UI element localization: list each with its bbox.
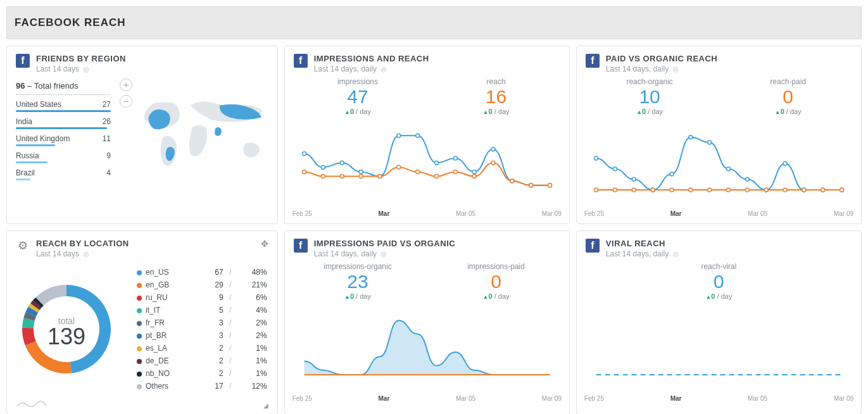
info-icon[interactable] [83, 249, 89, 258]
svg-point-6 [415, 134, 419, 137]
svg-point-51 [764, 188, 768, 192]
card-viral-reach: f VIRAL REACH Last 14 days, daily reach-… [576, 230, 862, 414]
metric: reach-paid 0 ▲0 / day [721, 77, 855, 115]
card-reach-by-location: ⚙ REACH BY LOCATION Last 14 days ✥ total… [6, 230, 278, 414]
legend-row[interactable]: pt_BR 3/2% [135, 329, 268, 342]
card-subtitle: Last 14 days, daily [314, 249, 455, 258]
region-row[interactable]: Brazil4 [16, 163, 111, 180]
card-title: IMPRESSIONS PAID VS ORGANIC [314, 239, 455, 248]
facebook-icon: f [586, 54, 600, 68]
region-total: 96 – Total friends [16, 78, 111, 95]
svg-point-36 [745, 177, 749, 181]
svg-point-19 [396, 165, 400, 169]
metric: impressions-organic 23 ▲0 / day [291, 262, 425, 300]
legend-row[interactable]: it_IT 5/4% [135, 304, 268, 317]
svg-point-48 [707, 188, 711, 192]
svg-point-27 [548, 184, 551, 187]
facebook-icon: f [16, 54, 30, 68]
info-icon[interactable] [83, 65, 89, 73]
area-chart[interactable] [292, 305, 562, 381]
svg-point-16 [340, 175, 344, 179]
region-row[interactable]: United States27 [16, 95, 111, 112]
line-chart[interactable] [292, 120, 562, 196]
legend-row[interactable]: nb_NO 2/1% [135, 367, 268, 380]
svg-point-49 [726, 188, 730, 192]
info-icon[interactable] [381, 65, 387, 73]
region-row[interactable]: Russia9 [16, 146, 111, 163]
line-chart[interactable] [584, 120, 853, 196]
svg-point-22 [453, 170, 457, 173]
svg-point-46 [670, 188, 674, 192]
svg-point-29 [613, 167, 617, 171]
info-icon[interactable] [672, 65, 679, 73]
svg-point-28 [594, 156, 598, 160]
facebook-icon: f [294, 54, 308, 68]
svg-point-17 [359, 175, 363, 179]
page-title: FACEBOOK REACH [6, 6, 862, 39]
card-subtitle: Last 14 days, daily [606, 249, 679, 258]
legend-row[interactable]: de_DE 2/1% [135, 354, 268, 367]
svg-point-38 [783, 161, 787, 165]
legend-row[interactable]: en_US 67/48% [135, 266, 268, 279]
resize-handle[interactable]: ◢ [263, 402, 268, 409]
svg-point-24 [491, 161, 495, 165]
svg-point-1 [321, 165, 325, 169]
metric: reach-viral 0 ▲0 / day [583, 262, 855, 300]
card-subtitle: Last 14 days [36, 249, 129, 258]
collapse-button[interactable]: − [120, 95, 132, 108]
svg-point-43 [613, 188, 617, 192]
legend-row[interactable]: Others 17/12% [135, 380, 268, 392]
location-legend: en_US 67/48%en_GB 29/21%ru_RU 9/6%it_IT … [135, 266, 268, 392]
card-friends-by-region: f FRIENDS BY REGION Last 14 days 96 – To… [6, 46, 278, 224]
legend-row[interactable]: fr_FR 3/2% [135, 317, 268, 329]
svg-point-14 [302, 170, 306, 173]
svg-point-20 [415, 170, 419, 173]
metric: impressions-paid 0 ▲0 / day [429, 262, 563, 300]
expand-button[interactable]: + [120, 78, 132, 91]
card-title: PAID VS ORGANIC REACH [606, 54, 717, 63]
svg-point-0 [302, 152, 306, 156]
world-map[interactable] [139, 78, 268, 180]
info-icon[interactable] [381, 249, 387, 258]
move-icon[interactable]: ✥ [261, 239, 268, 249]
svg-point-52 [783, 188, 787, 192]
svg-point-30 [632, 177, 636, 181]
svg-point-9 [472, 170, 476, 173]
card-impressions-and-reach: f IMPRESSIONS AND REACH Last 14 days, da… [284, 46, 570, 224]
legend-row[interactable]: en_GB 29/21% [135, 279, 268, 291]
card-title: FRIENDS BY REGION [36, 54, 126, 63]
metric: reach 16 ▲0 / day [429, 77, 563, 115]
svg-point-55 [840, 188, 843, 192]
donut-chart[interactable]: total139 [16, 279, 127, 380]
svg-point-2 [340, 161, 344, 165]
info-icon[interactable] [672, 249, 679, 258]
legend-row[interactable]: es_LA 2/1% [135, 342, 268, 354]
svg-point-7 [434, 161, 438, 165]
svg-point-21 [434, 175, 438, 179]
facebook-icon: f [586, 239, 600, 253]
svg-point-5 [396, 134, 400, 137]
svg-point-50 [745, 188, 749, 192]
legend-row[interactable]: ru_RU 9/6% [135, 291, 268, 304]
card-impressions-paid-vs-organic: f IMPRESSIONS PAID VS ORGANIC Last 14 da… [284, 230, 570, 414]
region-row[interactable]: United Kingdom11 [16, 129, 111, 146]
card-paid-vs-organic-reach: f PAID VS ORGANIC REACH Last 14 days, da… [576, 46, 862, 224]
svg-point-47 [689, 188, 693, 192]
svg-point-33 [689, 135, 693, 139]
card-title: IMPRESSIONS AND REACH [314, 54, 429, 63]
svg-point-18 [378, 175, 382, 179]
svg-point-25 [510, 179, 514, 183]
x-axis: Feb 25MarMar 05Mar 09 [577, 394, 861, 408]
region-row[interactable]: India26 [16, 112, 111, 129]
metric: reach-organic 10 ▲0 / day [583, 77, 717, 115]
svg-point-35 [726, 167, 730, 171]
x-axis: Feb 25MarMar 05Mar 09 [285, 394, 569, 408]
line-chart[interactable] [584, 305, 853, 381]
gear-icon[interactable]: ⚙ [16, 239, 30, 253]
card-title: REACH BY LOCATION [36, 239, 129, 248]
svg-point-53 [802, 188, 806, 192]
svg-point-23 [472, 175, 476, 179]
card-subtitle: Last 14 days, daily [314, 65, 429, 73]
map-region-india[interactable] [215, 127, 222, 136]
region-list: 96 – Total friends United States27 India… [16, 78, 111, 180]
